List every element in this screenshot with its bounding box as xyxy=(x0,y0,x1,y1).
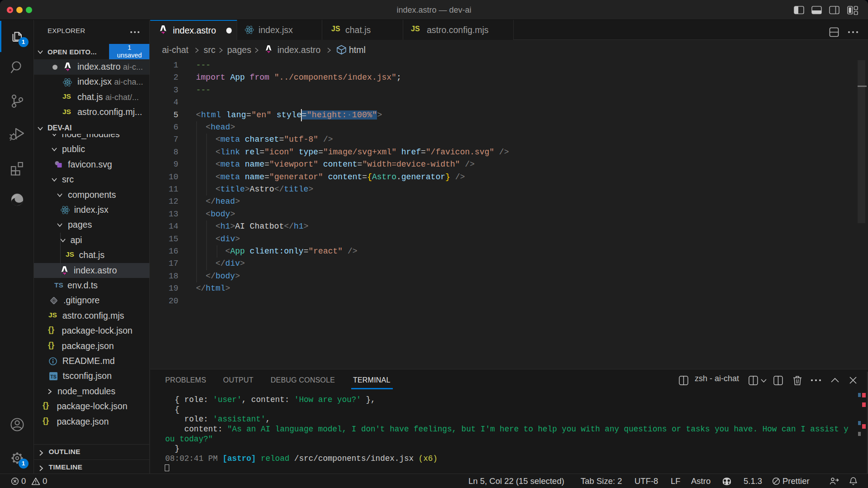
svg-text:TS: TS xyxy=(50,374,56,379)
